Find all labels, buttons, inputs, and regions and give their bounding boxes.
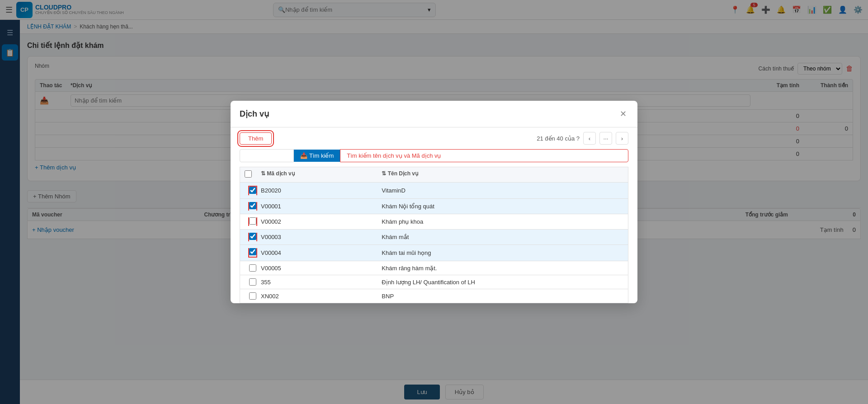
code-cell: V00004 bbox=[261, 249, 382, 256]
modal-close-button[interactable]: ✕ bbox=[618, 107, 628, 121]
page-next-button[interactable]: › bbox=[616, 132, 628, 145]
search-code-input[interactable] bbox=[240, 149, 294, 162]
checkbox-cell bbox=[245, 186, 261, 195]
modal-title: Dịch vụ bbox=[240, 109, 269, 119]
name-cell: Khám phụ khoa bbox=[382, 218, 623, 225]
modal-table-row: V00003Khám mắt bbox=[240, 230, 628, 245]
page-more-button[interactable]: ··· bbox=[599, 132, 612, 145]
modal-table-row: 355Định lượng LH/ Quantification of LH bbox=[240, 275, 628, 289]
add-them-button[interactable]: Thêm bbox=[240, 132, 272, 145]
name-cell: Khám Nội tổng quát bbox=[382, 203, 623, 210]
code-cell: 355 bbox=[261, 279, 382, 286]
service-modal: Dịch vụ ✕ Thêm 21 đến 40 của ? ‹ ··· › 📥… bbox=[231, 101, 637, 303]
name-cell: VitaminD bbox=[382, 187, 623, 194]
row-checkbox[interactable] bbox=[249, 202, 256, 209]
row-checkbox[interactable] bbox=[249, 278, 256, 286]
modal-table-row: B20020VitaminD bbox=[240, 183, 628, 199]
pagination: 21 đến 40 của ? ‹ ··· › bbox=[537, 132, 628, 145]
sort-icon: ⇅ bbox=[261, 170, 265, 177]
code-cell: V00001 bbox=[261, 203, 382, 210]
name-cell: Khám răng hàm mặt. bbox=[382, 265, 623, 272]
checkbox-cell bbox=[245, 264, 261, 272]
sort-icon: ⇅ bbox=[382, 170, 386, 177]
code-cell: V00003 bbox=[261, 234, 382, 240]
checkbox-cell bbox=[245, 248, 261, 258]
modal-table-row: V00001Khám Nội tổng quát bbox=[240, 199, 628, 214]
code-cell: V00002 bbox=[261, 218, 382, 225]
modal-table-header: ⇅ Mã dịch vụ ⇅ Tên Dịch vụ bbox=[240, 167, 628, 183]
modal-toolbar: Thêm 21 đến 40 của ? ‹ ··· › bbox=[231, 127, 637, 149]
check-all-checkbox[interactable] bbox=[245, 170, 252, 178]
checkbox-cell bbox=[245, 278, 261, 286]
checkbox-cell bbox=[245, 217, 261, 226]
page-prev-button[interactable]: ‹ bbox=[583, 132, 596, 145]
modal-table-row: V00002Khám phụ khoa bbox=[240, 214, 628, 230]
modal-header: Dịch vụ ✕ bbox=[231, 101, 637, 127]
checkbox-cell bbox=[245, 202, 261, 211]
row-checkbox[interactable] bbox=[249, 187, 256, 194]
check-all-cell bbox=[245, 170, 261, 179]
row-checkbox[interactable] bbox=[249, 292, 256, 300]
modal-table: ⇅ Mã dịch vụ ⇅ Tên Dịch vụ B20020Vitamin… bbox=[231, 167, 637, 303]
modal-search-row: 📥 Tìm kiếm bbox=[231, 149, 637, 167]
row-checkbox[interactable] bbox=[249, 233, 256, 240]
name-header: ⇅ Tên Dịch vụ bbox=[382, 170, 623, 179]
name-cell: Khám mắt bbox=[382, 234, 623, 240]
checkbox-cell bbox=[245, 233, 261, 241]
search-btn-label: Tìm kiếm bbox=[309, 152, 334, 159]
row-checkbox[interactable] bbox=[249, 264, 256, 272]
search-button[interactable]: 📥 Tìm kiếm bbox=[294, 150, 340, 162]
name-cell: Khám tai mũi họng bbox=[382, 249, 623, 256]
code-cell: V00005 bbox=[261, 265, 382, 272]
modal-overlay: Dịch vụ ✕ Thêm 21 đến 40 của ? ‹ ··· › 📥… bbox=[0, 0, 868, 404]
name-cell: Định lượng LH/ Quantification of LH bbox=[382, 279, 623, 286]
name-cell: BNP bbox=[382, 293, 623, 300]
modal-table-row: V00005Khám răng hàm mặt. bbox=[240, 261, 628, 275]
code-header: ⇅ Mã dịch vụ bbox=[261, 170, 382, 179]
code-cell: B20020 bbox=[261, 187, 382, 194]
code-cell: XN002 bbox=[261, 293, 382, 300]
modal-table-row: V00004Khám tai mũi họng bbox=[240, 245, 628, 261]
pagination-text: 21 đến 40 của ? bbox=[537, 135, 580, 142]
row-checkbox[interactable] bbox=[249, 248, 256, 255]
checkbox-cell bbox=[245, 292, 261, 300]
search-btn-icon: 📥 bbox=[300, 152, 307, 159]
row-checkbox[interactable] bbox=[249, 217, 256, 225]
modal-table-row: XN002BNP bbox=[240, 289, 628, 303]
search-text-input[interactable] bbox=[340, 149, 628, 162]
